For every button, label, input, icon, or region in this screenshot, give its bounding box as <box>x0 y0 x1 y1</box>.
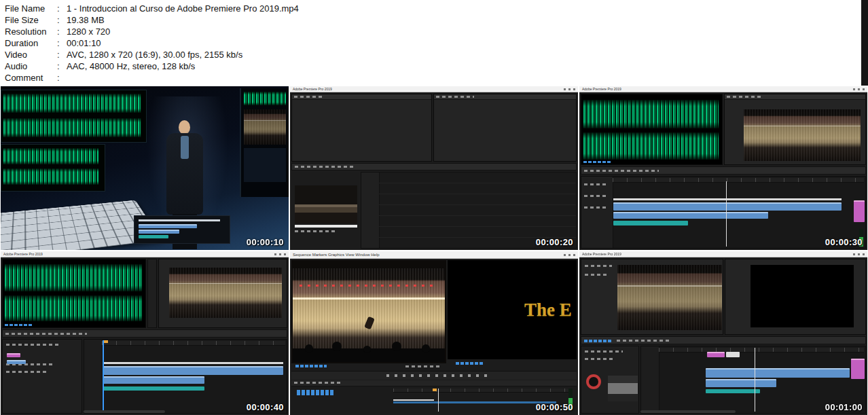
menu-bar: Sequence Markers Graphics View Window He… <box>290 251 578 259</box>
project-item-magenta <box>7 353 20 357</box>
timecode-placeholder <box>295 365 327 367</box>
separator: : <box>57 49 67 60</box>
panel <box>291 94 432 162</box>
timeline-ruler <box>613 178 864 183</box>
header-row: File Name:1 - Introduccion al Curso de A… <box>5 3 299 14</box>
scrollbar <box>640 410 736 413</box>
thumbnail-grid: 00:00:10 Adobe Premiere Pro 2019 00:00:2… <box>1 86 867 415</box>
video-preview <box>244 109 286 145</box>
window-buttons-icon <box>274 253 287 255</box>
timeline-clip-blue <box>103 376 204 384</box>
separator: : <box>57 3 67 14</box>
crowd-head <box>422 344 430 353</box>
mini-timeline <box>134 215 230 244</box>
window-title: Adobe Premiere Pro 2019 <box>582 252 621 256</box>
window-title: Adobe Premiere Pro 2019 <box>3 252 43 256</box>
audio-waveform <box>583 100 719 128</box>
text-placeholder <box>294 382 342 384</box>
media-info-header: File Name:1 - Introduccion al Curso de A… <box>5 3 299 84</box>
window-buttons-icon <box>564 88 576 90</box>
text-placeholder <box>585 350 623 353</box>
field-value: AVC, 1280 x 720 (16:9), 30.00 fps, 2155 … <box>67 49 242 60</box>
field-label: Resolution <box>5 26 57 37</box>
separator: : <box>57 37 67 49</box>
timestamp-label: 00:01:00 <box>825 402 863 412</box>
timestamp-label: 00:00:20 <box>536 237 573 247</box>
track-header-column <box>641 346 659 413</box>
window-title: Adobe Premiere Pro 2019 <box>293 87 332 91</box>
separator: : <box>57 26 67 37</box>
window-title-bar: Adobe Premiere Pro 2019 <box>579 86 867 92</box>
header-row: Resolution:1280 x 720 <box>5 26 299 37</box>
project-item-blue <box>7 360 26 364</box>
presenter-shirt <box>181 136 189 159</box>
clip-preview <box>295 185 357 223</box>
header-row: Audio:AAC, 48000 Hz, stereo, 128 kb/s <box>5 60 299 72</box>
playhead <box>438 389 439 412</box>
timeline-clip-blue <box>139 230 179 234</box>
tab-strip <box>581 336 866 344</box>
timecode-display <box>297 390 335 395</box>
separator: : <box>57 60 67 72</box>
video-thumbnail-3[interactable]: Adobe Premiere Pro 2019 <box>579 86 867 250</box>
source-monitor <box>581 94 723 165</box>
field-value: 1 - Introduccion al Curso de Adobe Premi… <box>67 3 299 14</box>
timecode-placeholder <box>456 362 483 365</box>
field-value: AAC, 48000 Hz, stereo, 128 kb/s <box>67 60 195 72</box>
timeline-clip-blue <box>613 202 842 211</box>
crowd-head <box>305 344 313 353</box>
window-buttons-icon <box>853 88 865 90</box>
timestamp-label: 00:00:10 <box>247 237 284 247</box>
field-label: Duration <box>5 37 57 49</box>
track-header-column <box>581 177 613 248</box>
text-placeholder <box>6 371 47 373</box>
black-video-frame <box>751 265 854 327</box>
text-placeholder <box>727 96 762 98</box>
video-thumbnail-6[interactable]: Adobe Premiere Pro 2019 <box>579 251 867 415</box>
header-row: Video:AVC, 1280 x 720 (16:9), 30.00 fps,… <box>5 49 299 60</box>
transport-controls <box>291 371 577 380</box>
timeline-clip-white <box>726 352 740 357</box>
timeline-clip-blue <box>139 224 197 228</box>
separator: : <box>57 14 67 26</box>
video-thumbnail-2[interactable]: Adobe Premiere Pro 2019 00:00:20 <box>290 86 578 250</box>
audio-waveform <box>3 168 98 185</box>
panel-tabs <box>725 94 865 100</box>
header-row: Duration:00:01:10 <box>5 37 299 49</box>
window-buttons-icon <box>853 253 865 255</box>
work-area-bar <box>393 399 434 401</box>
playhead <box>726 181 727 247</box>
source-monitor <box>2 259 146 328</box>
text-placeholder <box>584 170 659 172</box>
field-label: Comment <box>5 72 57 84</box>
video-preview <box>293 268 445 362</box>
text-placeholder <box>584 195 607 197</box>
video-thumbnail-4[interactable]: Adobe Premiere Pro 2019 <box>1 251 289 415</box>
text-placeholder <box>295 230 336 232</box>
video-track-strip <box>613 198 842 200</box>
right-edge-strip <box>861 0 868 86</box>
timeline-clip-magenta <box>854 200 865 222</box>
panel-tabs <box>292 94 431 100</box>
timeline-clip-magenta <box>707 352 725 357</box>
panel-tabs <box>291 380 577 386</box>
panel <box>433 94 577 162</box>
project-panel <box>2 339 82 414</box>
field-label: File Size <box>5 14 57 26</box>
timeline-ruler <box>102 341 285 346</box>
text-placeholder <box>584 206 607 209</box>
window-title: Adobe Premiere Pro 2019 <box>582 87 621 91</box>
field-label: Audio <box>5 60 57 72</box>
timeline-clip-blue <box>103 366 283 375</box>
text-placeholder <box>294 96 324 98</box>
video-thumbnail-1[interactable]: 00:00:10 <box>1 86 289 250</box>
audio-waveform <box>583 132 719 160</box>
title-card-text: The E <box>524 300 572 321</box>
audio-waveform <box>3 94 141 113</box>
video-preview <box>744 109 861 161</box>
video-thumbnail-5[interactable]: Sequence Markers Graphics View Window He… <box>290 251 578 415</box>
timecode-placeholder <box>583 161 612 163</box>
text-placeholder <box>585 274 609 276</box>
timecode-placeholder <box>584 340 611 342</box>
window-title-bar: Adobe Premiere Pro 2019 <box>290 86 578 92</box>
